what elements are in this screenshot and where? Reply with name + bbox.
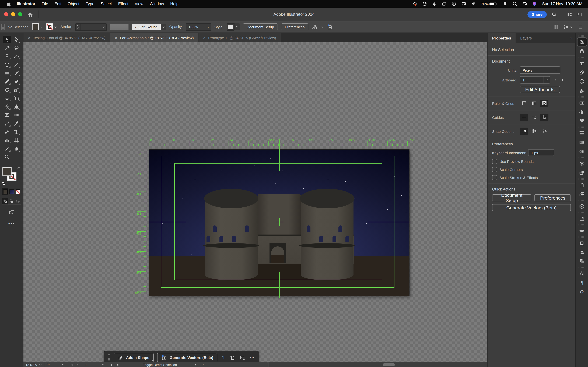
dock-brushes-icon[interactable] [577, 108, 587, 116]
dock-stroke-icon[interactable] [577, 129, 587, 137]
document-tab-1[interactable]: ×Testing_Font.ai @ 34.85 % (CMYK/Preview… [24, 33, 110, 42]
curvature-tool[interactable] [12, 52, 20, 60]
stroke-weight-label[interactable]: Stroke: [60, 25, 72, 29]
add-a-shape-button[interactable]: Add a Shape [114, 353, 154, 362]
horizontal-scrollbar[interactable] [268, 362, 487, 367]
keyboard-brightness-icon[interactable] [459, 1, 469, 6]
gradient-button[interactable] [9, 188, 15, 195]
status-expand-icon[interactable] [194, 363, 198, 367]
gradient-tool[interactable] [12, 111, 20, 119]
eyedropper-tool[interactable] [12, 119, 20, 127]
dock-link-icon[interactable] [577, 68, 587, 76]
close-tab-icon[interactable]: × [115, 35, 117, 40]
place-image-icon[interactable] [240, 355, 245, 360]
lasso-tool[interactable] [12, 44, 20, 52]
dock-group-grip[interactable] [578, 57, 585, 58]
hand-tool[interactable] [12, 145, 20, 152]
dock-transparency-icon[interactable] [577, 147, 587, 156]
dock-group-grip[interactable] [578, 212, 585, 213]
last-artboard-icon[interactable] [116, 363, 120, 367]
wifi-icon[interactable] [500, 1, 510, 6]
menu-help[interactable]: Help [167, 2, 182, 6]
control-bar-grip[interactable] [1, 24, 5, 30]
graphic-style-swatch[interactable] [227, 23, 234, 31]
graphic-style-dropdown[interactable] [234, 23, 240, 30]
stroke-weight-dropdown[interactable] [101, 24, 106, 30]
grid-button[interactable] [530, 100, 538, 107]
menu-view[interactable]: View [132, 2, 147, 6]
screen-mirroring-icon[interactable] [439, 1, 449, 6]
dock-gradient-icon[interactable] [577, 138, 587, 146]
lock-guides-button[interactable] [530, 114, 538, 121]
keyboard-increment-field[interactable]: 1 px [528, 149, 554, 156]
chevron-down-icon[interactable] [39, 25, 43, 29]
zoom-window-button[interactable] [18, 12, 22, 17]
artboard-navigation-control[interactable]: 1 [83, 362, 107, 367]
none-button[interactable] [15, 188, 21, 195]
previous-artboard-icon[interactable] [76, 363, 80, 367]
checkbox-scale-strokes-effects[interactable] [492, 175, 497, 180]
menu-illustrator[interactable]: Illustrator [14, 2, 38, 6]
stroke-weight-field[interactable] [75, 23, 107, 31]
dock-group-grip[interactable] [578, 35, 585, 37]
dock-group-grip[interactable] [578, 126, 585, 128]
slice-tool[interactable] [3, 145, 11, 152]
snap-to-pixel-button[interactable] [540, 128, 548, 135]
chevron-down-icon[interactable] [570, 25, 573, 29]
generate-vectors-button[interactable]: Generate Vectors (Beta) [157, 353, 217, 362]
ruler-button[interactable] [520, 100, 528, 107]
status-collapse-icon[interactable]: ‹ [202, 363, 204, 367]
center-guide-horizontal-right[interactable] [368, 222, 411, 222]
tab-layers[interactable]: Layers [516, 33, 536, 43]
perspective-grid-tool[interactable] [12, 103, 20, 110]
dock-transform-icon[interactable] [577, 239, 587, 247]
chevron-down-icon[interactable] [320, 25, 324, 29]
preferences-button[interactable]: Preferences [281, 23, 309, 30]
eraser-tool[interactable] [12, 78, 20, 85]
shape-builder-tool[interactable] [3, 103, 11, 110]
symbol-sprayer-tool[interactable] [12, 128, 20, 136]
draw-inside-button[interactable] [15, 198, 21, 204]
checkbox-use-preview-bounds[interactable] [492, 159, 497, 164]
dock-shape-icon[interactable] [577, 226, 587, 235]
checkbox-scale-corners[interactable] [492, 167, 497, 172]
dock-3d-icon[interactable] [577, 202, 587, 210]
document-tab-2[interactable]: ×Fort Animation.ai* @ 18.57 % (RGB/Previ… [110, 33, 199, 42]
quick-document-setup-button[interactable]: Document Setup [492, 194, 531, 201]
magic-wand-tool[interactable] [3, 44, 11, 52]
dock-symbols-icon[interactable] [577, 117, 587, 125]
menu-clock[interactable]: Sun 17 Nov 10:20 AM [539, 2, 584, 6]
dock-opentype-icon[interactable]: O [577, 287, 587, 296]
artboard-combo[interactable]: 1 [520, 76, 550, 83]
close-window-button[interactable] [4, 12, 9, 17]
document-setup-button[interactable]: Document Setup [243, 23, 278, 30]
dock-group-grip[interactable] [578, 200, 585, 201]
dock-export-icon[interactable] [577, 181, 587, 189]
next-artboard-icon[interactable] [110, 363, 114, 367]
width-tool[interactable] [3, 94, 11, 102]
dock-align-icon[interactable] [577, 248, 587, 256]
tab-properties[interactable]: Properties [488, 33, 516, 43]
dock-libraries-icon[interactable] [577, 59, 587, 67]
menu-effect[interactable]: Effect [115, 2, 131, 6]
pen-tool[interactable] [3, 52, 11, 60]
mesh-tool[interactable] [3, 111, 11, 119]
transparency-grid-button[interactable] [540, 100, 548, 107]
edit-toolbar-icon[interactable]: ••• [8, 221, 15, 226]
swap-fill-stroke-icon[interactable] [17, 166, 21, 171]
share-button[interactable]: Share [528, 11, 547, 18]
paintbrush-tool[interactable] [12, 69, 20, 77]
rectangle-tool[interactable] [3, 69, 11, 77]
dock-group-grip[interactable] [578, 224, 585, 225]
menu-object[interactable]: Object [65, 2, 83, 6]
units-dropdown[interactable]: Pixels [520, 67, 560, 74]
free-transform-tool[interactable] [12, 94, 20, 102]
color-button[interactable] [2, 188, 9, 195]
snap-to-point-button[interactable] [520, 128, 528, 135]
center-guide-vertical-bottom[interactable] [279, 272, 280, 298]
draw-normal-button[interactable] [2, 198, 9, 204]
siri-icon[interactable] [529, 1, 539, 6]
line-segment-tool[interactable] [12, 61, 20, 68]
dock-swatches-icon[interactable] [577, 99, 587, 107]
snap-to-grid-button[interactable] [530, 128, 538, 135]
